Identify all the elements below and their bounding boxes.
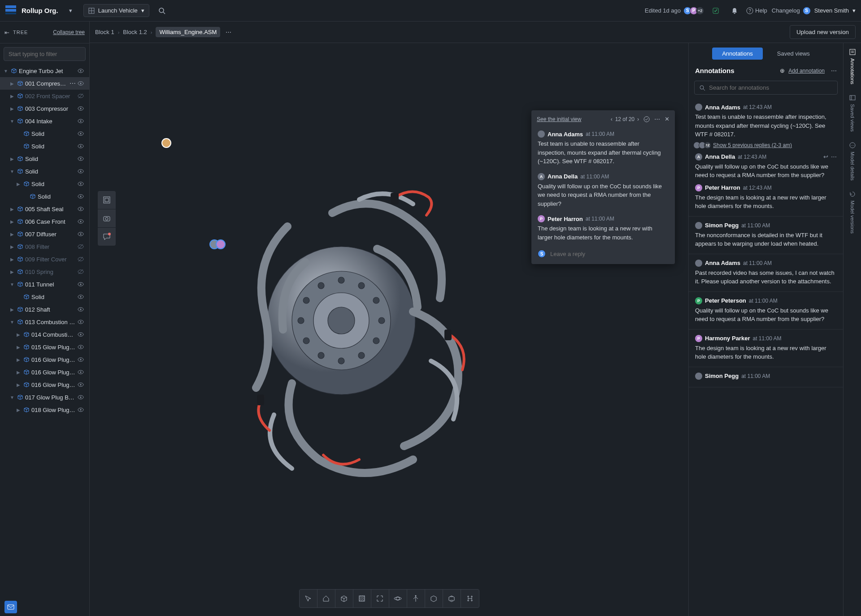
tree-item[interactable]: ▼004 Intake <box>0 115 89 127</box>
project-dropdown[interactable]: Launch Vehicle ▾ <box>83 4 149 17</box>
expand-icon[interactable]: ▶ <box>9 81 15 86</box>
tree-item[interactable]: ▶006 Case Front <box>0 215 89 228</box>
expand-icon[interactable]: ▶ <box>9 307 15 312</box>
visibility-toggle[interactable] <box>78 294 86 300</box>
expand-icon[interactable]: ▶ <box>9 106 15 111</box>
help-button[interactable]: ? Help <box>746 7 767 14</box>
visibility-toggle[interactable] <box>78 269 86 275</box>
visibility-toggle[interactable] <box>78 156 86 162</box>
home-tool[interactable] <box>317 590 335 607</box>
select-tool[interactable] <box>300 590 317 607</box>
visibility-toggle[interactable] <box>78 118 86 124</box>
org-dropdown-chevron[interactable]: ▾ <box>64 4 78 18</box>
rail-annotations[interactable]: Annotations <box>849 48 856 84</box>
visibility-toggle[interactable] <box>78 394 86 400</box>
user-menu[interactable]: S Steven Smith ▾ <box>804 7 856 15</box>
visibility-toggle[interactable] <box>78 206 86 212</box>
rail-model-versions[interactable]: Model versions <box>849 191 856 234</box>
crumb-3[interactable]: Williams_Engine.ASM <box>156 27 220 37</box>
screenshot-tool[interactable] <box>98 209 116 227</box>
annotation-item[interactable]: Anna Adamsat 12:43 AMTest team is unable… <box>689 98 843 217</box>
cube-tool[interactable] <box>335 590 353 607</box>
visibility-toggle[interactable] <box>78 143 86 149</box>
collapse-panel-icon[interactable]: ⇤ <box>4 25 9 39</box>
crumb-1[interactable]: Block 1 <box>95 29 114 35</box>
hatch-tool[interactable] <box>353 590 371 607</box>
next-annotation[interactable]: › <box>637 116 639 122</box>
add-annotation-link[interactable]: Add annotation <box>788 68 825 74</box>
reply-more[interactable]: ⋯ <box>831 153 837 160</box>
search-button[interactable] <box>155 4 169 18</box>
annotation-search-input[interactable] <box>709 84 833 91</box>
tree-item[interactable]: ▼013 Combustion Cham… <box>0 316 89 328</box>
expand-icon[interactable]: ▶ <box>9 207 15 212</box>
visibility-toggle[interactable] <box>78 105 86 112</box>
panel-more[interactable]: ⋯ <box>831 67 837 74</box>
upload-button[interactable]: Upload new version <box>790 25 856 39</box>
expand-icon[interactable]: ▶ <box>15 408 22 412</box>
expand-icon[interactable] <box>15 295 22 299</box>
visibility-toggle[interactable] <box>78 256 86 262</box>
isolate-tool[interactable] <box>425 590 443 607</box>
rail-saved-views[interactable]: Saved views <box>849 94 856 132</box>
visibility-toggle[interactable] <box>78 306 86 312</box>
changelog-link[interactable]: Changelog <box>772 7 800 14</box>
viewer-3d[interactable]: See the initial view ‹ 12 of 20 › ⋯ ✕ An… <box>90 43 688 616</box>
expand-icon[interactable]: ▶ <box>9 244 15 249</box>
notifications-button[interactable] <box>727 4 742 18</box>
tree-item[interactable]: ▶015 Glow Plug Boss <box>0 341 89 353</box>
tree-item[interactable]: ▶018 Glow Plug Boss <box>0 403 89 416</box>
tree-item[interactable]: ▶016 Glow Plug Boss <box>0 366 89 378</box>
tree-item[interactable]: Solid <box>0 127 89 140</box>
tree-item[interactable]: Solid <box>0 291 89 303</box>
tab-saved-views[interactable]: Saved views <box>767 48 820 60</box>
collapse-tree-link[interactable]: Collapse tree <box>53 29 85 35</box>
item-more[interactable]: ⋯ <box>70 80 76 87</box>
fullscreen-tool[interactable] <box>371 590 389 607</box>
explode-tool[interactable] <box>443 590 461 607</box>
visibility-toggle[interactable] <box>78 93 86 99</box>
show-replies-link[interactable]: +2Show 5 previous replies (2-3 am) <box>695 142 837 149</box>
visibility-toggle[interactable] <box>78 319 86 325</box>
presence-icon[interactable] <box>709 4 723 18</box>
visibility-toggle[interactable] <box>78 168 86 174</box>
tree-item[interactable]: ▶016 Glow Plug Boss <box>0 353 89 366</box>
expand-icon[interactable] <box>15 144 22 149</box>
extract-tool[interactable] <box>407 590 425 607</box>
more-button[interactable]: ⋯ <box>654 116 660 122</box>
expand-icon[interactable]: ▶ <box>15 370 22 375</box>
orbit-tool[interactable] <box>389 590 407 607</box>
annotation-item[interactable]: PPeter Petersonat 11:00 AMQuality will f… <box>689 292 843 330</box>
tree-item[interactable]: ▼011 Tunnel <box>0 278 89 291</box>
tree-item[interactable]: ▶Solid <box>0 152 89 165</box>
tree-item[interactable]: Solid <box>0 190 89 203</box>
visibility-toggle[interactable] <box>78 181 86 187</box>
expand-icon[interactable]: ▶ <box>9 232 15 237</box>
expand-icon[interactable]: ▼ <box>9 169 15 174</box>
visibility-toggle[interactable] <box>78 231 86 237</box>
tree-item[interactable]: ▼Solid <box>0 165 89 178</box>
avatar-stack[interactable]: S P +2 <box>685 7 704 15</box>
visibility-toggle[interactable] <box>78 80 86 87</box>
annotation-item[interactable]: Simon Peggat 11:00 AMThe nonconformance … <box>689 217 843 254</box>
visibility-toggle[interactable] <box>78 193 86 200</box>
visibility-toggle[interactable] <box>78 331 86 338</box>
tree-item[interactable]: ▶012 Shaft <box>0 303 89 316</box>
tree-item[interactable]: ▶008 Filter <box>0 240 89 253</box>
tree-item[interactable]: Solid <box>0 140 89 152</box>
expand-icon[interactable]: ▼ <box>9 119 15 124</box>
crumb-more[interactable]: ⋯ <box>224 29 233 35</box>
expand-icon[interactable] <box>22 194 28 199</box>
expand-icon[interactable]: ▼ <box>9 320 15 325</box>
comments-tool[interactable] <box>98 228 116 246</box>
tree-item[interactable]: ▶016 Glow Plug Boss <box>0 378 89 391</box>
expand-icon[interactable]: ▶ <box>15 345 22 350</box>
visibility-toggle[interactable] <box>78 344 86 350</box>
annotation-item[interactable]: Simon Peggat 11:00 AM <box>689 367 843 387</box>
visibility-toggle[interactable] <box>78 356 86 363</box>
visibility-toggle[interactable] <box>78 407 86 413</box>
visibility-toggle[interactable] <box>78 218 86 225</box>
expand-icon[interactable] <box>15 131 22 136</box>
rail-model-details[interactable]: ⋯ Model details <box>849 142 856 181</box>
tree-item[interactable]: ▶014 Combustion Ch… <box>0 328 89 341</box>
